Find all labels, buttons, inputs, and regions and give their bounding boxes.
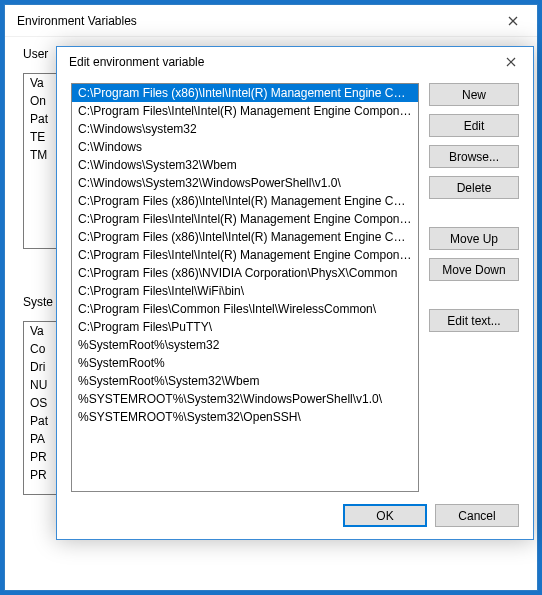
env-titlebar: Environment Variables bbox=[5, 5, 537, 37]
new-button[interactable]: New bbox=[429, 83, 519, 106]
path-item[interactable]: C:\Program Files\Intel\Intel(R) Manageme… bbox=[72, 210, 418, 228]
path-item[interactable]: C:\Program Files\Intel\Intel(R) Manageme… bbox=[72, 246, 418, 264]
edit-footer: OK Cancel bbox=[71, 492, 519, 527]
path-item[interactable]: C:\Program Files\Intel\WiFi\bin\ bbox=[72, 282, 418, 300]
path-list[interactable]: C:\Program Files (x86)\Intel\Intel(R) Ma… bbox=[71, 83, 419, 492]
move-up-button[interactable]: Move Up bbox=[429, 227, 519, 250]
env-title: Environment Variables bbox=[17, 14, 137, 28]
browse-button[interactable]: Browse... bbox=[429, 145, 519, 168]
path-item[interactable]: C:\Program Files (x86)\Intel\Intel(R) Ma… bbox=[72, 192, 418, 210]
move-down-button[interactable]: Move Down bbox=[429, 258, 519, 281]
path-item[interactable]: C:\Windows\system32 bbox=[72, 120, 418, 138]
edit-body: C:\Program Files (x86)\Intel\Intel(R) Ma… bbox=[57, 77, 533, 539]
path-item[interactable]: C:\Program Files (x86)\Intel\Intel(R) Ma… bbox=[72, 84, 418, 102]
side-buttons: New Edit Browse... Delete Move Up Move D… bbox=[429, 83, 519, 492]
edit-environment-variable-dialog: Edit environment variable C:\Program Fil… bbox=[56, 46, 534, 540]
cancel-button[interactable]: Cancel bbox=[435, 504, 519, 527]
path-item[interactable]: C:\Program Files (x86)\Intel\Intel(R) Ma… bbox=[72, 228, 418, 246]
path-item[interactable]: C:\Program Files\Common Files\Intel\Wire… bbox=[72, 300, 418, 318]
path-item[interactable]: %SystemRoot%\System32\Wbem bbox=[72, 372, 418, 390]
path-item[interactable]: %SYSTEMROOT%\System32\WindowsPowerShell\… bbox=[72, 390, 418, 408]
edit-titlebar: Edit environment variable bbox=[57, 47, 533, 77]
path-item[interactable]: C:\Program Files\Intel\Intel(R) Manageme… bbox=[72, 102, 418, 120]
close-icon[interactable] bbox=[499, 11, 527, 31]
close-icon[interactable] bbox=[489, 47, 533, 77]
path-item[interactable]: C:\Windows\System32\WindowsPowerShell\v1… bbox=[72, 174, 418, 192]
ok-button[interactable]: OK bbox=[343, 504, 427, 527]
path-item[interactable]: C:\Program Files\PuTTY\ bbox=[72, 318, 418, 336]
path-item[interactable]: C:\Windows\System32\Wbem bbox=[72, 156, 418, 174]
edit-button[interactable]: Edit bbox=[429, 114, 519, 137]
path-item[interactable]: C:\Windows bbox=[72, 138, 418, 156]
edit-title: Edit environment variable bbox=[69, 55, 204, 69]
delete-button[interactable]: Delete bbox=[429, 176, 519, 199]
edit-main: C:\Program Files (x86)\Intel\Intel(R) Ma… bbox=[71, 83, 519, 492]
path-item[interactable]: %SYSTEMROOT%\System32\OpenSSH\ bbox=[72, 408, 418, 426]
path-item[interactable]: C:\Program Files (x86)\NVIDIA Corporatio… bbox=[72, 264, 418, 282]
path-item[interactable]: %SystemRoot% bbox=[72, 354, 418, 372]
edit-text-button[interactable]: Edit text... bbox=[429, 309, 519, 332]
path-item[interactable]: %SystemRoot%\system32 bbox=[72, 336, 418, 354]
